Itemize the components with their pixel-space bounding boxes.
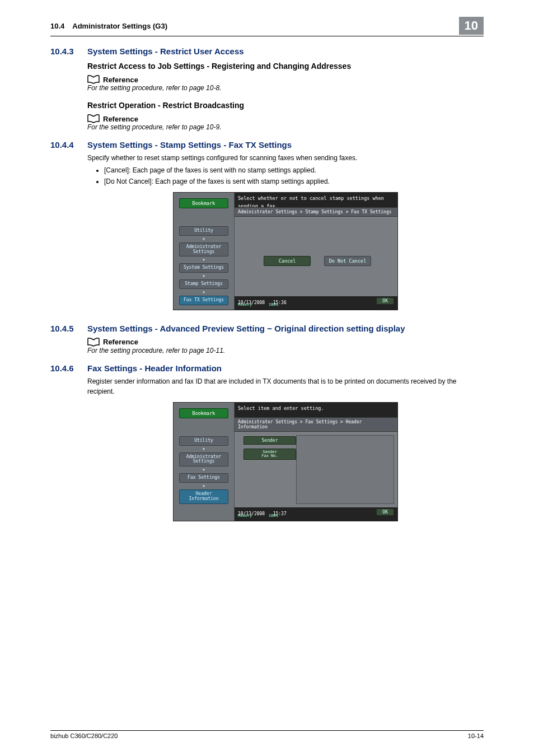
- nav-fax-settings[interactable]: Fax Settings: [179, 473, 228, 483]
- body-text: Register sender information and fax ID t…: [87, 376, 484, 396]
- nav-system-settings[interactable]: System Settings: [179, 263, 228, 273]
- arrow-down-icon: ▾: [202, 484, 205, 488]
- reference-text: For the setting procedure, refer to page…: [87, 84, 484, 92]
- arrow-down-icon: ▾: [202, 237, 205, 241]
- status-memory-pct: 100%: [269, 514, 278, 518]
- header-section-num: 10.4: [50, 22, 64, 30]
- book-icon: [87, 75, 100, 84]
- nav-stamp-settings[interactable]: Stamp Settings: [179, 279, 228, 289]
- sender-tab[interactable]: Sender: [243, 436, 296, 445]
- book-icon: [87, 338, 100, 347]
- subsection-title: Restrict Operation - Restrict Broadcasti…: [87, 101, 484, 110]
- reference-text: For the setting procedure, refer to page…: [87, 123, 484, 131]
- bookmark-button[interactable]: Bookmark: [179, 408, 228, 418]
- ok-button[interactable]: OK: [376, 508, 394, 516]
- chapter-tab: 10: [459, 17, 484, 35]
- instruction-text: Select item and enter setting.: [235, 403, 397, 417]
- device-screenshot: Bookmark Utility ▾ Administrator Setting…: [173, 192, 398, 310]
- section-title: System Settings - Stamp Settings - Fax T…: [87, 140, 292, 150]
- reference-text: For the setting procedure, refer to page…: [87, 347, 484, 354]
- section-number: 10.4.6: [50, 363, 87, 373]
- status-memory-label: Memory: [238, 302, 252, 307]
- device-screenshot: Bookmark Utility ▾ Administrator Setting…: [173, 402, 398, 521]
- section-title: System Settings - Restrict User Access: [87, 46, 244, 56]
- reference-label: Reference: [103, 115, 138, 123]
- instruction-text: Select whether or not to cancel stamp se…: [235, 193, 397, 207]
- nav-utility[interactable]: Utility: [179, 436, 228, 446]
- arrow-down-icon: ▾: [202, 447, 205, 451]
- bookmark-button[interactable]: Bookmark: [179, 198, 228, 208]
- book-icon: [87, 114, 100, 123]
- arrow-down-icon: ▾: [202, 274, 205, 278]
- nav-fax-tx-settings[interactable]: Fax TX Settings: [179, 296, 228, 305]
- body-text: Specify whether to reset stamp settings …: [87, 153, 484, 163]
- status-memory-pct: 100%: [269, 302, 278, 307]
- nav-admin-settings[interactable]: Administrator Settings: [179, 242, 228, 257]
- section-number: 10.4.5: [50, 324, 87, 333]
- reference-label: Reference: [103, 76, 138, 84]
- section-title: Fax Settings - Header Information: [87, 363, 222, 373]
- nav-utility[interactable]: Utility: [179, 226, 228, 236]
- status-memory-label: Memory: [238, 514, 252, 518]
- header-section-title: Administrator Settings (G3): [72, 22, 167, 30]
- arrow-down-icon: ▾: [202, 290, 205, 295]
- breadcrumb: Administrator Settings > Fax Settings > …: [235, 417, 397, 432]
- section-number: 10.4.3: [50, 46, 87, 56]
- list-item: [Do Not Cancel]: Each page of the faxes …: [104, 176, 484, 186]
- arrow-down-icon: ▾: [202, 258, 205, 262]
- footer-page-number: 10-14: [468, 732, 484, 739]
- breadcrumb: Administrator Settings > Stamp Settings …: [235, 207, 397, 217]
- do-not-cancel-button[interactable]: Do Not Cancel: [324, 256, 371, 266]
- subsection-title: Restrict Access to Job Settings - Regist…: [87, 62, 484, 71]
- ok-button[interactable]: OK: [376, 297, 394, 305]
- page-header: 10.4 Administrator Settings (G3) 10: [50, 17, 484, 36]
- sender-fax-no-tab[interactable]: Sender Fax No.: [243, 449, 296, 460]
- section-number: 10.4.4: [50, 140, 87, 150]
- footer-model: bizhub C360/C280/C220: [50, 732, 118, 739]
- nav-header-information[interactable]: Header Information: [179, 489, 228, 504]
- list-item: [Cancel]: Each page of the faxes is sent…: [104, 165, 484, 175]
- cancel-button[interactable]: Cancel: [264, 256, 311, 266]
- nav-admin-settings[interactable]: Administrator Settings: [179, 452, 228, 467]
- arrow-down-icon: ▾: [202, 468, 205, 472]
- section-title: System Settings - Advanced Preview Setti…: [87, 324, 405, 333]
- reference-label: Reference: [103, 338, 138, 346]
